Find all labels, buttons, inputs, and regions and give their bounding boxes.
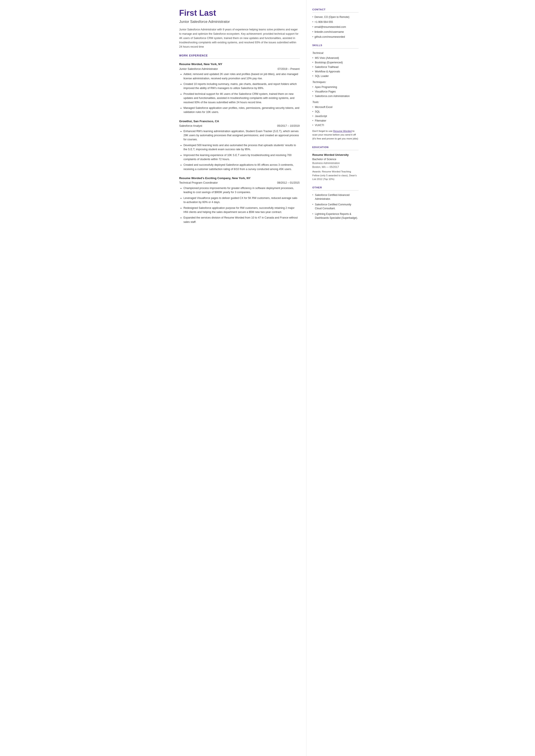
- edu-awards: Awards: Resume Worded Teaching Fellow (o…: [312, 170, 358, 181]
- other-item-2: Salesforce Certified Community Cloud Con…: [312, 203, 358, 210]
- job-title: Junior Salesforce Administrator: [179, 19, 300, 25]
- job-row-3: Technical Program Coordinator 08/2012 – …: [179, 181, 300, 185]
- techniques-label: Techniques:: [312, 80, 358, 84]
- job-bullets-1: Added, removed and updated 2K user roles…: [179, 72, 300, 114]
- promo-text-before: Don't forget to use: [312, 130, 333, 132]
- edu-field: Business Administration: [312, 161, 358, 165]
- contact-section: CONTACT Denver, CO (Open to Remote) +1-9…: [312, 8, 358, 39]
- technique-skill-3: Salesforce.com Administration: [312, 94, 358, 98]
- bullet-3-4: Expanded the services division of Resume…: [183, 216, 300, 224]
- job-role-3: Technical Program Coordinator: [179, 181, 218, 185]
- techniques-skills-list: Apex Programming Visualforce Pages Sales…: [312, 85, 358, 98]
- other-list: Salesforce Certified Advanced Administra…: [312, 193, 358, 220]
- tech-skill-1: MS Visio (Advanced): [312, 56, 358, 60]
- other-item-1: Salesforce Certified Advanced Administra…: [312, 193, 358, 201]
- contact-item-1: Denver, CO (Open to Remote): [312, 15, 358, 19]
- job-company-1: Resume Worded, New York, NY: [179, 62, 300, 66]
- other-section: OTHER Salesforce Certified Advanced Admi…: [312, 186, 358, 220]
- tool-skill-4: Filemaker: [312, 119, 358, 123]
- bullet-2-1: Enhanced RW's learning administration ap…: [183, 129, 300, 142]
- job-row-1: Junior Salesforce Administrator 07/2019 …: [179, 67, 300, 71]
- skills-title: SKILLS: [312, 43, 358, 48]
- technical-label: Technical:: [312, 51, 358, 55]
- education-title: EDUCATION: [312, 146, 358, 150]
- promo-link[interactable]: Resume Worded: [333, 130, 352, 132]
- bullet-3-2: Leveraged Visualforce pages to deliver g…: [183, 196, 300, 205]
- edu-degree: Bachelor of Science: [312, 157, 358, 161]
- job-company-3: Resume Worded's Exciting Company, New Yo…: [179, 176, 300, 181]
- technique-skill-1: Apex Programming: [312, 85, 358, 89]
- other-item-3: Lightning Experience Reports & Dashboard…: [312, 212, 358, 220]
- job-role-2: Salesforce Analyst: [179, 124, 202, 128]
- summary: Junior Salesforce Administrator with 9 y…: [179, 27, 300, 49]
- skills-section: SKILLS Technical: MS Visio (Advanced) Bo…: [312, 43, 358, 141]
- bullet-3-3: Redesigned Salesforce application purpos…: [183, 206, 300, 214]
- job-row-2: Salesforce Analyst 05/2017 – 10/2019: [179, 124, 300, 128]
- job-bullets-2: Enhanced RW's learning administration ap…: [179, 129, 300, 171]
- tool-skill-5: VUI/CTI: [312, 123, 358, 127]
- tools-skills-list: Microsoft Excel SQL JavaScript Filemaker…: [312, 105, 358, 127]
- tool-skill-3: JavaScript: [312, 114, 358, 118]
- job-company-2: Growthsi, San Francisco, CA: [179, 119, 300, 124]
- job-role-1: Junior Salesforce Administrator: [179, 67, 218, 71]
- contact-item-2: +1-908-564-555: [312, 20, 358, 24]
- job-block-3: Resume Worded's Exciting Company, New Yo…: [179, 176, 300, 224]
- bullet-2-4: Created and successfully deployed Salesf…: [183, 163, 300, 171]
- bullet-2-2: Developed 500 learning tests and also au…: [183, 143, 300, 152]
- bullet-2-3: Improved the learning experience of 10K …: [183, 153, 300, 162]
- tools-label: Tools:: [312, 100, 358, 104]
- tool-skill-2: SQL: [312, 110, 358, 114]
- bullet-1-3: Provided technical support for 4K users …: [183, 92, 300, 104]
- contact-list: Denver, CO (Open to Remote) +1-908-564-5…: [312, 15, 358, 39]
- work-experience-title: WORK EXPERIENCE: [179, 54, 300, 59]
- name: First Last: [179, 9, 300, 18]
- technique-skill-2: Visualforce Pages: [312, 90, 358, 94]
- edu-block: Resume Worded University Bachelor of Sci…: [312, 153, 358, 181]
- bullet-1-1: Added, removed and updated 2K user roles…: [183, 72, 300, 81]
- contact-title: CONTACT: [312, 8, 358, 13]
- edu-location-date: Boston, MA — 05/2017: [312, 165, 358, 169]
- job-dates-3: 08/2012 – 01/2015: [277, 181, 299, 185]
- bullet-1-4: Managed Salesforce application user prof…: [183, 106, 300, 114]
- promo-text: Don't forget to use Resume Worded to sca…: [312, 129, 358, 141]
- job-block-1: Resume Worded, New York, NY Junior Sales…: [179, 62, 300, 114]
- right-column: CONTACT Denver, CO (Open to Remote) +1-9…: [306, 0, 365, 756]
- bullet-3-1: Championed process improvements for grea…: [183, 186, 300, 195]
- education-section: EDUCATION Resume Worded University Bache…: [312, 146, 358, 181]
- job-dates-1: 07/2019 – Present: [277, 67, 299, 71]
- left-column: First Last Junior Salesforce Administrat…: [171, 0, 306, 756]
- contact-item-5: github.com/resumeworded: [312, 35, 358, 39]
- tech-skill-2: Bootstrap (Experienced): [312, 61, 358, 65]
- tool-skill-1: Microsoft Excel: [312, 105, 358, 109]
- tech-skill-5: SQL Loader: [312, 74, 358, 78]
- contact-item-3: email@resumeworded.com: [312, 25, 358, 29]
- job-bullets-3: Championed process improvements for grea…: [179, 186, 300, 224]
- tech-skill-3: Salesforce Trailhead: [312, 65, 358, 69]
- job-dates-2: 05/2017 – 10/2019: [277, 124, 299, 128]
- other-title: OTHER: [312, 186, 358, 190]
- edu-school: Resume Worded University: [312, 153, 358, 157]
- contact-item-4: linkedin.com/in/username: [312, 30, 358, 34]
- tech-skill-4: Workflow & Approvals: [312, 70, 358, 73]
- technical-skills-list: MS Visio (Advanced) Bootstrap (Experienc…: [312, 56, 358, 78]
- job-block-2: Growthsi, San Francisco, CA Salesforce A…: [179, 119, 300, 171]
- bullet-1-2: Created 10 reports including summary, ma…: [183, 82, 300, 91]
